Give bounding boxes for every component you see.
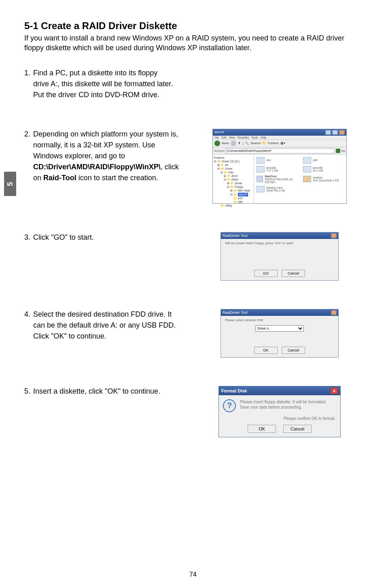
forward-icon[interactable] <box>231 141 236 146</box>
ok-button[interactable]: OK <box>248 425 276 433</box>
go-button[interactable] <box>336 149 340 153</box>
back-label[interactable]: Back <box>222 141 229 145</box>
folders-icon[interactable]: 📁 <box>262 141 266 145</box>
go-button[interactable]: GO <box>254 270 278 277</box>
step2-number: 2. <box>24 129 33 183</box>
step2-tool: Raid-Tool <box>43 174 76 182</box>
search-icon[interactable]: 🔍 <box>245 141 249 145</box>
list-item[interactable]: x64 <box>257 157 297 164</box>
step2-path: CD:\Driver\AMD\RAID\Floppy\WinXP\ <box>33 163 161 171</box>
fdd-dialog-title: RaidDriver Tool <box>223 311 247 315</box>
views-icon[interactable]: ▦▾ <box>280 141 285 145</box>
go-dialog-text: Will be create RAID Floppy, press "GO" t… <box>221 239 338 268</box>
step1-line3: Put the driver CD into DVD-ROM drive. <box>33 91 159 99</box>
format-dialog: Format Disk × ? Please insert floppy dis… <box>218 386 341 437</box>
step1-line1: Find a PC, put a diskette into its flopp… <box>33 69 157 77</box>
folder-tree[interactable]: Folders ⊟ 📀 Driver CD (D:) ⊞ 📁 bit ⊟ 📁 D… <box>213 155 254 203</box>
explorer-title: WinXP <box>214 130 224 134</box>
format-dialog-title: Format Disk <box>221 388 247 393</box>
step5-number: 5. <box>24 386 33 397</box>
close-button[interactable]: × <box>331 310 337 315</box>
explorer-menubar[interactable]: FileEditViewFavoritesToolsHelp <box>213 136 346 139</box>
cancel-button[interactable]: Cancel <box>283 425 312 433</box>
list-item[interactable]: txtsetup.oemOEM File 1 KB <box>257 186 297 192</box>
step1-number: 1. <box>24 68 33 100</box>
explorer-toolbar[interactable]: Back ⬆ | 🔍Search 📁Folders ▦▾ <box>213 139 346 147</box>
explorer-window: WinXP _ □ × FileEditViewFavoritesToolsHe… <box>212 129 347 204</box>
list-item[interactable]: readmeText Document 1 KB <box>303 175 344 183</box>
intro-paragraph: If you want to install a brand new Windo… <box>24 33 366 53</box>
step1-line2: drive A:, this diskette will be formatte… <box>33 80 173 88</box>
format-line1: Please insert floppy diskette. It will b… <box>240 399 336 405</box>
question-icon: ? <box>223 399 236 412</box>
ok-button[interactable]: OK <box>254 347 278 354</box>
format-line2: Save your data before proceeding. <box>240 405 336 410</box>
step2-text-pre: Depending on which platform your system … <box>33 130 178 160</box>
close-button[interactable]: × <box>331 388 338 394</box>
close-button[interactable]: × <box>339 130 345 135</box>
page-number: 74 <box>0 571 386 578</box>
address-label: Address <box>214 149 225 152</box>
list-item[interactable]: x86 <box>303 157 344 164</box>
step5-text: Insert a diskette, click "OK" to continu… <box>33 386 181 397</box>
step4-number: 4. <box>24 309 33 342</box>
raidtool-item[interactable]: RaidToolRaidTool Microsoft (C) D(CR)D... <box>257 175 297 183</box>
fdd-dialog: RaidDriver Tool × Please select desired … <box>221 309 339 358</box>
cancel-button[interactable]: Cancel <box>282 347 305 354</box>
address-input[interactable] <box>226 148 335 153</box>
step3-text: Click "GO" to start. <box>33 232 181 243</box>
up-icon[interactable]: ⬆ <box>238 141 241 145</box>
section-title: 5-1 Create a RAID Driver Diskette <box>24 20 366 32</box>
list-item[interactable]: ahcix8696 1 KB <box>303 166 344 173</box>
list-item[interactable]: ahcix86772 1 KB <box>257 166 297 173</box>
drive-select[interactable]: Drive A <box>255 325 304 332</box>
go-dialog: RaidDriver Tool × Will be create RAID Fl… <box>221 232 339 281</box>
step2-text-post: icon to start the creation. <box>76 174 158 182</box>
format-confirm: Please confirm OK to format. <box>219 416 340 423</box>
chapter-tab: 5 <box>4 172 16 196</box>
go-dialog-title: RaidDriver Tool <box>223 234 247 238</box>
minimize-button[interactable]: _ <box>325 130 331 135</box>
step4-text: Select the desired destination FDD drive… <box>33 309 181 342</box>
back-icon[interactable] <box>214 141 220 146</box>
cancel-button[interactable]: Cancel <box>282 270 305 277</box>
maximize-button[interactable]: □ <box>332 130 338 135</box>
close-button[interactable]: × <box>331 233 337 238</box>
step3-number: 3. <box>24 232 33 243</box>
fdd-dialog-text: Please select desired FDD <box>225 318 334 322</box>
explorer-contents[interactable]: x64 x86 ahcix86772 1 KB ahcix8696 1 KB R… <box>254 155 346 203</box>
